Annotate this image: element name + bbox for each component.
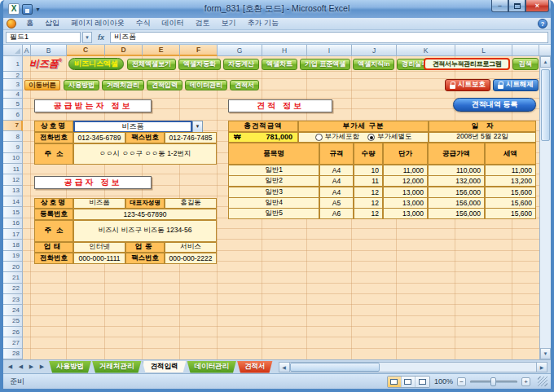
supplier-reg-value[interactable]: 123-45-67890 [73, 209, 217, 220]
column-header-L[interactable]: L [455, 45, 512, 56]
company-dropdown-button[interactable]: ▼ [192, 121, 203, 133]
column-header-F[interactable]: F [180, 45, 218, 56]
column-header-D[interactable]: D [105, 45, 143, 56]
name-box[interactable]: 필드1 [6, 32, 81, 43]
column-header-B[interactable]: B [31, 45, 67, 56]
column-header-A[interactable]: A [23, 45, 31, 56]
row-header-3[interactable]: 3 [3, 79, 23, 90]
item-cell[interactable]: A4 [319, 175, 354, 187]
program-button[interactable]: 견적서누적관리프로그램 [424, 58, 510, 70]
item-cell[interactable]: 12 [354, 208, 383, 219]
customer-address-value[interactable]: ㅇㅇ시 ㅇㅇ구 ㅇㅇ동 1-2번지 [73, 143, 217, 165]
item-cell[interactable]: 일반5 [228, 208, 319, 219]
item-cell[interactable]: 10 [354, 165, 383, 176]
vertical-scroll-track[interactable] [540, 68, 551, 348]
item-cell[interactable]: 12,000 [383, 175, 428, 187]
scroll-right-icon[interactable]: ▶ [536, 363, 547, 372]
nav-button-3[interactable]: 견적입력 [147, 80, 182, 90]
sheet-grid[interactable]: 비즈폼® 비즈니스엑셀 전체엑셀보기엑셀자동화자동계산엑셀차트기업 표준엑셀엑셀… [23, 56, 539, 359]
sheet-tab-1[interactable]: 사용방법 [49, 361, 91, 373]
close-button[interactable]: × [525, 0, 549, 12]
zoom-slider[interactable] [470, 381, 517, 383]
item-cell[interactable]: 11 [354, 175, 383, 187]
toolbar-button-6[interactable]: 엑셀지식in [353, 59, 394, 70]
bizexcel-logo[interactable]: 비즈니스엑셀 [68, 58, 124, 70]
item-cell[interactable]: 12 [354, 187, 383, 198]
normal-view-button[interactable] [388, 377, 402, 387]
ribbon-tab-7[interactable]: 보기 [216, 16, 242, 29]
column-header-C[interactable]: C [67, 45, 105, 56]
office-button[interactable] [7, 19, 16, 29]
minimize-button[interactable]: − [491, 0, 508, 12]
item-cell[interactable]: 15,600 [485, 197, 536, 209]
item-cell[interactable]: A6 [319, 208, 354, 219]
row-header-27[interactable]: 27 [3, 337, 23, 348]
resize-grip[interactable] [538, 377, 547, 386]
row-header-26[interactable]: 26 [3, 327, 23, 337]
row-header-18[interactable]: 18 [3, 240, 23, 250]
tab-scroll-last-icon[interactable]: ▶ [37, 362, 47, 372]
name-box-dropdown-icon[interactable]: ▼ [82, 32, 92, 43]
item-cell[interactable]: 110,000 [428, 165, 485, 176]
zoom-out-button[interactable]: − [457, 377, 466, 386]
row-header-11[interactable]: 11 [3, 164, 23, 174]
sheet-tab-2[interactable]: 거래처관리 [92, 361, 142, 373]
item-cell[interactable]: 156,000 [428, 197, 485, 209]
item-cell[interactable]: A4 [319, 165, 354, 176]
item-cell[interactable]: 13,000 [383, 208, 428, 219]
row-header-13[interactable]: 13 [3, 186, 23, 196]
item-cell[interactable]: 일반2 [228, 175, 319, 187]
row-header-7[interactable]: 7 [3, 121, 23, 131]
ribbon-tab-1[interactable]: 홈 [20, 16, 39, 29]
supplier-fax-value[interactable]: 000-000-2222 [165, 253, 217, 264]
item-cell[interactable]: 11,000 [383, 165, 428, 176]
supplier-phone-value[interactable]: 000-000-1111 [73, 253, 125, 264]
toolbar-button-3[interactable]: 자동계산 [223, 59, 259, 70]
sheet-tab-3[interactable]: 견적입력 [143, 361, 187, 373]
row-header-2[interactable]: 2 [3, 72, 23, 79]
ribbon-tab-4[interactable]: 수식 [130, 16, 156, 29]
page-break-view-button[interactable] [416, 377, 429, 387]
column-header-extra[interactable] [512, 45, 539, 56]
horizontal-scroll-track[interactable] [380, 363, 537, 372]
row-header-5[interactable]: 5 [3, 99, 23, 109]
date-value-cell[interactable]: 2008년 5월 22일 [429, 132, 536, 143]
column-header-K[interactable]: K [397, 45, 455, 56]
row-header-14[interactable]: 14 [3, 196, 23, 207]
sheet-protect-button[interactable]: 시트보호 [445, 79, 490, 91]
vertical-scrollbar[interactable]: ▲ ▼ [539, 56, 551, 359]
nav-button-1[interactable]: 사용방법 [64, 80, 99, 90]
nav-button-4[interactable]: 데이터관리 [185, 80, 227, 90]
row-header-28[interactable]: 28 [3, 349, 23, 359]
select-all-corner[interactable] [3, 45, 23, 56]
item-cell[interactable]: 15,600 [485, 208, 536, 219]
help-icon[interactable]: ? [538, 19, 547, 29]
toolbar-button-5[interactable]: 기업 표준엑셀 [300, 59, 350, 70]
tab-scroll-prev-icon[interactable]: ◀ [15, 362, 26, 372]
search-button[interactable]: 검색 [512, 58, 539, 70]
total-amount-cell[interactable]: ₩ 781,000 [228, 132, 298, 143]
formula-input[interactable]: 비즈폼 [110, 32, 548, 43]
scroll-left-icon[interactable]: ◀ [279, 363, 290, 372]
horizontal-scroll-thumb[interactable] [290, 363, 380, 372]
row-header-12[interactable]: 12 [3, 174, 23, 185]
item-cell[interactable]: 일반4 [228, 197, 319, 209]
horizontal-scrollbar[interactable]: ◀ ▶ [279, 362, 548, 372]
column-header-G[interactable]: G [218, 45, 262, 56]
quote-register-button[interactable]: 견적내역 등록 [453, 98, 536, 112]
vat-separate-radio[interactable] [367, 134, 375, 141]
title-bar[interactable]: X ▼ form_831 [호환 모드] - Microsoft Excel −… [3, 0, 551, 18]
toolbar-button-1[interactable]: 전체엑셀보기 [127, 59, 176, 70]
row-header-25[interactable]: 25 [3, 316, 23, 327]
row-header-21[interactable]: 21 [3, 272, 23, 283]
item-cell[interactable]: 일반1 [228, 165, 319, 176]
customer-company-cell[interactable]: 비즈폼 [73, 121, 192, 133]
column-header-H[interactable]: H [262, 45, 307, 56]
scroll-down-icon[interactable]: ▼ [540, 348, 551, 359]
item-cell[interactable]: 13,000 [383, 187, 428, 198]
row-header-17[interactable]: 17 [3, 229, 23, 240]
column-header-J[interactable]: J [352, 45, 397, 56]
vat-included-radio[interactable] [315, 134, 323, 141]
row-header-10[interactable]: 10 [3, 153, 23, 164]
row-header-22[interactable]: 22 [3, 284, 23, 294]
